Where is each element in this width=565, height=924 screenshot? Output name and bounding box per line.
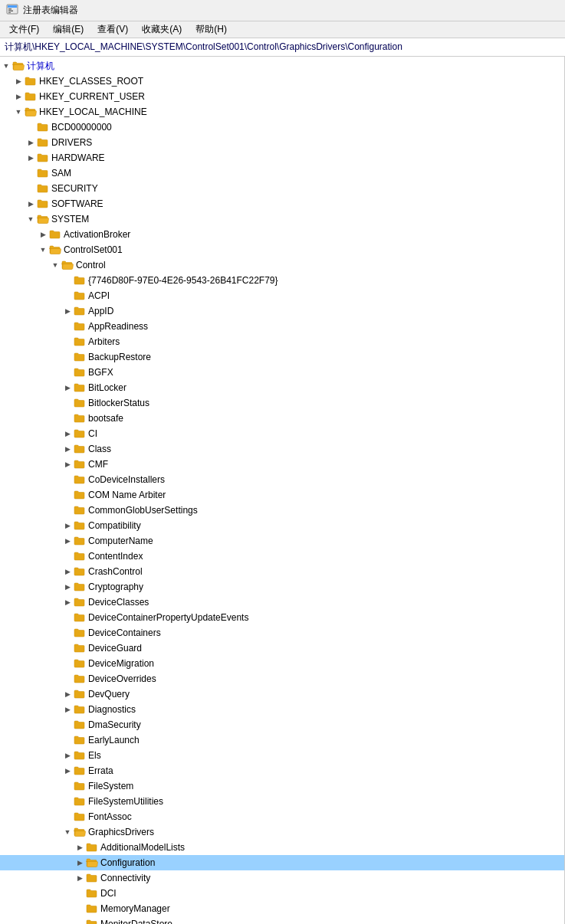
menu-view[interactable]: 查看(V) <box>91 21 134 38</box>
tree-node-bitlockerstatus[interactable]: BitlockerStatus <box>0 395 564 411</box>
tree-node-dci[interactable]: DCI <box>0 886 564 901</box>
tree-node-filesystem[interactable]: FileSystem <box>0 778 564 794</box>
folder-icon <box>49 244 61 255</box>
expander-collapsed[interactable]: ▶ <box>61 765 74 777</box>
expander-expanded[interactable]: ▼ <box>25 213 37 225</box>
expander-expanded[interactable]: ▼ <box>0 60 12 72</box>
expander-collapsed[interactable]: ▶ <box>61 565 74 578</box>
tree-node-fontassoc[interactable]: FontAssoc <box>0 809 564 824</box>
node-label: Connectivity <box>100 873 150 883</box>
expander-expanded[interactable]: ▼ <box>12 106 25 118</box>
tree-node-security[interactable]: SECURITY <box>0 181 564 196</box>
tree-node-devicecontainers[interactable]: DeviceContainers <box>0 625 564 641</box>
tree-node-computer[interactable]: ▼ 计算机 <box>0 58 564 74</box>
tree-node-earlylaunch[interactable]: EarlyLaunch <box>0 732 564 748</box>
expander-collapsed[interactable]: ▶ <box>61 749 74 762</box>
tree-node-configuration[interactable]: ▶ Configuration <box>0 855 564 870</box>
expander-expanded[interactable]: ▼ <box>49 259 61 271</box>
tree-node-hkey_classes_root[interactable]: ▶ HKEY_CLASSES_ROOT <box>0 74 564 89</box>
folder-icon <box>74 765 86 776</box>
expander-collapsed[interactable]: ▶ <box>74 841 86 854</box>
tree-node-sam[interactable]: SAM <box>0 165 564 181</box>
expander-collapsed[interactable]: ▶ <box>37 228 49 241</box>
tree-node-contentindex[interactable]: ContentIndex <box>0 549 564 564</box>
tree-node-hkey_local_machine[interactable]: ▼ HKEY_LOCAL_MACHINE <box>0 104 564 120</box>
menu-help[interactable]: 帮助(H) <box>189 21 233 38</box>
expander-collapsed[interactable]: ▶ <box>61 458 74 470</box>
tree-node-devicecontainerproperty[interactable]: DeviceContainerPropertyUpdateEvents <box>0 610 564 625</box>
expander-collapsed[interactable]: ▶ <box>61 305 74 317</box>
tree-node-deviceoverrides[interactable]: DeviceOverrides <box>0 671 564 686</box>
tree-node-appreadiness[interactable]: AppReadiness <box>0 319 564 334</box>
expander-collapsed[interactable]: ▶ <box>61 703 74 716</box>
tree-node-class[interactable]: ▶ Class <box>0 441 564 457</box>
tree-node-7746d80f[interactable]: {7746D80F-97E0-4E26-9543-26B41FC22F79} <box>0 273 564 288</box>
tree-node-computername[interactable]: ▶ ComputerName <box>0 533 564 549</box>
folder-icon <box>74 689 86 700</box>
tree-node-dmasecurity[interactable]: DmaSecurity <box>0 717 564 732</box>
tree-node-activationbroker[interactable]: ▶ ActivationBroker <box>0 227 564 242</box>
tree-node-additionalmodelists[interactable]: ▶ AdditionalModelLists <box>0 840 564 855</box>
expander-collapsed[interactable]: ▶ <box>61 596 74 608</box>
tree-node-commonglobal[interactable]: CommonGlobUserSettings <box>0 503 564 518</box>
registry-tree[interactable]: ▼ 计算机▶ HKEY_CLASSES_ROOT▶ HKEY_CURRENT_U… <box>0 57 565 924</box>
tree-node-filesystemutilities[interactable]: FileSystemUtilities <box>0 794 564 809</box>
tree-node-cmf[interactable]: ▶ CMF <box>0 457 564 472</box>
expander-collapsed[interactable]: ▶ <box>61 443 74 455</box>
expander-collapsed[interactable]: ▶ <box>12 75 25 87</box>
expander-expanded[interactable]: ▼ <box>37 244 49 256</box>
tree-node-memorymanager[interactable]: MemoryManager <box>0 901 564 916</box>
tree-node-acpi[interactable]: ACPI <box>0 288 564 303</box>
tree-node-software[interactable]: ▶ SOFTWARE <box>0 196 564 211</box>
expander-collapsed[interactable]: ▶ <box>61 688 74 700</box>
expander-collapsed[interactable]: ▶ <box>25 198 37 210</box>
expander-collapsed[interactable]: ▶ <box>74 857 86 869</box>
tree-node-hardware[interactable]: ▶ HARDWARE <box>0 150 564 165</box>
expander-collapsed[interactable]: ▶ <box>61 535 74 547</box>
tree-node-bootsafe[interactable]: bootsafe <box>0 411 564 426</box>
folder-icon <box>74 704 86 715</box>
expander-collapsed[interactable]: ▶ <box>12 90 25 103</box>
expander-collapsed[interactable]: ▶ <box>74 872 86 884</box>
tree-node-devquery[interactable]: ▶ DevQuery <box>0 686 564 702</box>
tree-node-deviceclasses[interactable]: ▶ DeviceClasses <box>0 595 564 610</box>
tree-node-graphicsdrivers[interactable]: ▼ GraphicsDrivers <box>0 824 564 840</box>
node-label: ActivationBroker <box>64 229 130 240</box>
menu-edit[interactable]: 编辑(E) <box>47 21 90 38</box>
tree-node-diagnostics[interactable]: ▶ Diagnostics <box>0 702 564 717</box>
tree-node-connectivity[interactable]: ▶ Connectivity <box>0 870 564 886</box>
node-label: HKEY_CURRENT_USER <box>39 91 145 102</box>
folder-icon <box>74 796 86 807</box>
menu-file[interactable]: 文件(F) <box>3 21 45 38</box>
tree-node-ci[interactable]: ▶ CI <box>0 426 564 441</box>
tree-node-compatibility[interactable]: ▶ Compatibility <box>0 518 564 533</box>
tree-node-cryptography[interactable]: ▶ Cryptography <box>0 579 564 595</box>
expander-collapsed[interactable]: ▶ <box>61 382 74 394</box>
tree-node-controlset001[interactable]: ▼ ControlSet001 <box>0 242 564 257</box>
tree-node-bgfx[interactable]: BGFX <box>0 365 564 380</box>
tree-node-comname[interactable]: COM Name Arbiter <box>0 487 564 503</box>
expander-collapsed[interactable]: ▶ <box>25 152 37 164</box>
expander-collapsed[interactable]: ▶ <box>61 428 74 440</box>
tree-node-drivers[interactable]: ▶ DRIVERS <box>0 135 564 150</box>
tree-node-backuprestore[interactable]: BackupRestore <box>0 349 564 365</box>
tree-node-bitlocker[interactable]: ▶ BitLocker <box>0 380 564 395</box>
tree-node-els[interactable]: ▶ Els <box>0 748 564 763</box>
expander-collapsed[interactable]: ▶ <box>61 519 74 532</box>
tree-node-monitordatastore[interactable]: MonitorDataStore <box>0 916 564 924</box>
expander-collapsed[interactable]: ▶ <box>25 136 37 149</box>
tree-node-arbiters[interactable]: Arbiters <box>0 334 564 349</box>
expander-expanded[interactable]: ▼ <box>61 826 74 838</box>
tree-node-deviceguard[interactable]: DeviceGuard <box>0 641 564 656</box>
tree-node-bcd00000000[interactable]: BCD00000000 <box>0 120 564 135</box>
tree-node-codeviceinstallers[interactable]: CoDeviceInstallers <box>0 472 564 487</box>
tree-node-control[interactable]: ▼ Control <box>0 257 564 273</box>
expander-collapsed[interactable]: ▶ <box>61 581 74 593</box>
tree-node-system[interactable]: ▼ SYSTEM <box>0 211 564 227</box>
tree-node-appid[interactable]: ▶ AppID <box>0 303 564 319</box>
menu-favorites[interactable]: 收藏夹(A) <box>136 21 188 38</box>
tree-node-hkey_current_user[interactable]: ▶ HKEY_CURRENT_USER <box>0 89 564 104</box>
tree-node-errata[interactable]: ▶ Errata <box>0 763 564 778</box>
tree-node-devicemigration[interactable]: DeviceMigration <box>0 656 564 671</box>
tree-node-crashcontrol[interactable]: ▶ CrashControl <box>0 564 564 579</box>
